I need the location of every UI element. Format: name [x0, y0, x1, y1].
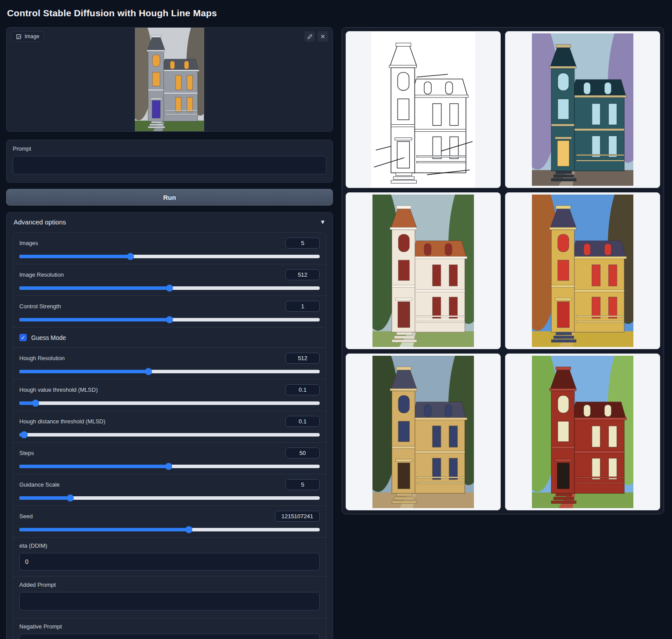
slider-handle[interactable]	[67, 495, 74, 502]
input-image-panel: Image	[6, 27, 333, 132]
slider-label: Hough value threshold (MLSD)	[19, 386, 98, 393]
slider-track[interactable]	[19, 255, 320, 258]
clear-image-button[interactable]	[318, 31, 328, 42]
slider-track[interactable]	[19, 528, 320, 531]
slider-handle[interactable]	[185, 526, 192, 533]
slider-label: Hough Resolution	[19, 355, 65, 361]
slider-value-input[interactable]: 1215107241	[275, 511, 320, 522]
slider-value-input[interactable]: 0.1	[285, 384, 320, 395]
slider-value-input[interactable]: 5	[285, 479, 320, 490]
slider-value-input[interactable]: 512	[285, 353, 320, 364]
hough-line-map-image	[371, 32, 475, 188]
slider-row-hough-resolution: Hough Resolution 512	[13, 347, 326, 379]
slider-track[interactable]	[19, 286, 320, 290]
slider-track[interactable]	[19, 318, 320, 321]
eta-row: eta (DDIM)	[13, 537, 326, 576]
advanced-options-header[interactable]: Advanced options ▼	[7, 213, 332, 231]
page-title: Control Stable Diffusion with Hough Line…	[7, 8, 665, 18]
run-button[interactable]: Run	[6, 189, 333, 206]
eta-label: eta (DDIM)	[19, 542, 320, 549]
advanced-options-title: Advanced options	[14, 218, 66, 226]
slider-label: Control Strength	[19, 303, 61, 310]
negative-prompt-label: Negative Prompt	[19, 623, 320, 630]
input-house-photo	[135, 28, 204, 131]
slider-handle[interactable]	[21, 431, 28, 438]
gallery-item-red-house[interactable]	[505, 354, 660, 510]
negative-prompt-row: Negative Prompt	[13, 618, 326, 639]
prompt-input[interactable]	[13, 156, 326, 174]
negative-prompt-input[interactable]	[19, 634, 320, 639]
image-component-label: Image	[11, 31, 44, 42]
slider-row-hough-distance-threshold: Hough distance threshold (MLSD) 0.1	[13, 411, 326, 442]
added-prompt-input[interactable]	[19, 592, 320, 610]
guess-mode-checkbox[interactable]: ✓	[19, 334, 27, 341]
white-house-painting	[372, 195, 474, 347]
slider-row-control-strength: Control Strength 1	[13, 296, 326, 327]
slider-value-input[interactable]: 0.1	[285, 416, 320, 427]
slider-track[interactable]	[19, 401, 320, 405]
image-label-text: Image	[25, 33, 39, 40]
slider-value-input[interactable]: 5	[285, 238, 320, 249]
slider-handle[interactable]	[166, 316, 173, 323]
slider-row-steps: Steps 50	[13, 442, 326, 474]
gallery-item-yellow-house[interactable]	[505, 192, 660, 349]
slider-label: Image Resolution	[19, 271, 64, 278]
guess-mode-row: ✓ Guess Mode	[13, 327, 326, 347]
slider-row-seed: Seed 1215107241	[13, 505, 326, 537]
app-page: Control Stable Diffusion with Hough Line…	[0, 0, 672, 639]
slider-label: Steps	[19, 450, 34, 456]
slider-track[interactable]	[19, 370, 320, 373]
slider-handle[interactable]	[32, 400, 39, 407]
slider-value-input[interactable]: 512	[285, 269, 320, 280]
slider-track[interactable]	[19, 496, 320, 500]
prompt-panel: Prompt	[6, 140, 333, 183]
slider-track[interactable]	[19, 465, 320, 468]
slider-label: Hough distance threshold (MLSD)	[19, 418, 105, 425]
advanced-options-panel: Advanced options ▼ Images 5 Image Resolu…	[6, 212, 333, 639]
slider-row-hough-value-threshold: Hough value threshold (MLSD) 0.1	[13, 379, 326, 411]
slider-handle[interactable]	[127, 253, 134, 260]
added-prompt-row: Added Prompt	[13, 576, 326, 618]
slider-handle[interactable]	[165, 463, 172, 470]
guess-mode-label: Guess Mode	[31, 334, 66, 341]
advanced-options-group: Images 5 Image Resolution 512	[13, 232, 326, 639]
gallery-item-white-house[interactable]	[346, 192, 501, 349]
slider-label: Images	[19, 240, 38, 246]
edit-image-button[interactable]	[304, 31, 315, 42]
slider-row-images: Images 5	[13, 233, 326, 264]
eta-input[interactable]	[19, 553, 320, 570]
slider-label: Seed	[19, 513, 33, 520]
input-image-preview[interactable]	[135, 28, 204, 131]
yellow-house-painting	[532, 195, 633, 347]
slider-row-image-resolution: Image Resolution 512	[13, 264, 326, 296]
gold-house-painting	[372, 356, 474, 508]
gallery-item-teal-house[interactable]	[505, 31, 660, 188]
slider-row-guidance-scale: Guidance Scale 5	[13, 474, 326, 505]
check-icon: ✓	[21, 335, 25, 341]
close-icon	[320, 34, 325, 39]
output-gallery	[342, 27, 664, 514]
teal-house-painting	[532, 33, 633, 186]
slider-handle[interactable]	[166, 285, 173, 292]
edit-pencil-icon	[307, 34, 313, 40]
slider-label: Guidance Scale	[19, 481, 60, 488]
slider-value-input[interactable]: 50	[285, 448, 320, 458]
gallery-item-gold-house[interactable]	[346, 354, 501, 510]
image-icon	[16, 34, 22, 40]
slider-track[interactable]	[19, 433, 320, 437]
chevron-down-icon: ▼	[320, 219, 325, 225]
red-house-painting	[532, 356, 633, 508]
gallery-item-hough-line-map[interactable]	[346, 31, 501, 188]
slider-value-input[interactable]: 1	[285, 301, 320, 312]
added-prompt-label: Added Prompt	[19, 581, 320, 588]
prompt-label: Prompt	[13, 145, 326, 152]
slider-handle[interactable]	[145, 368, 152, 375]
